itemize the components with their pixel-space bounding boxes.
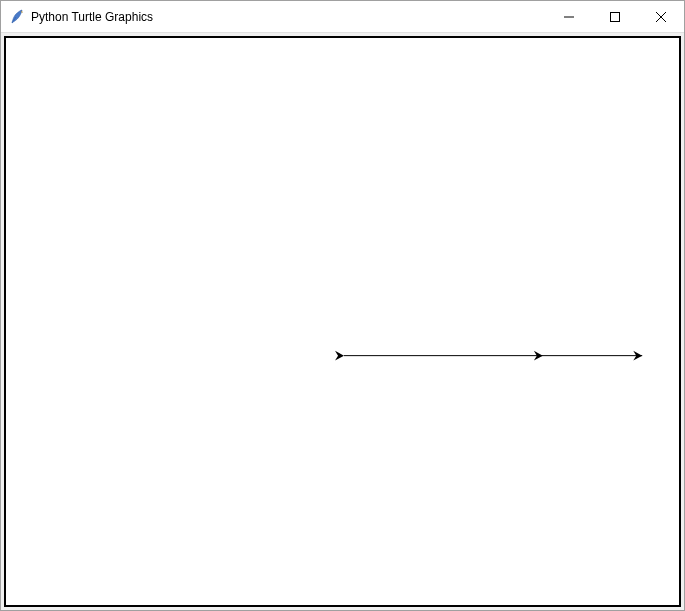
close-button[interactable] [638,1,684,32]
window-title: Python Turtle Graphics [31,10,546,24]
canvas-container [1,33,684,610]
turtle-cursor [335,351,344,361]
minimize-button[interactable] [546,1,592,32]
maximize-button[interactable] [592,1,638,32]
titlebar: Python Turtle Graphics [1,1,684,33]
svg-rect-1 [611,12,620,21]
window-controls [546,1,684,32]
turtle-drawing-surface [6,38,679,605]
tkinter-feather-icon [9,9,25,25]
turtle-canvas [4,36,681,607]
application-window: Python Turtle Graphics [0,0,685,611]
